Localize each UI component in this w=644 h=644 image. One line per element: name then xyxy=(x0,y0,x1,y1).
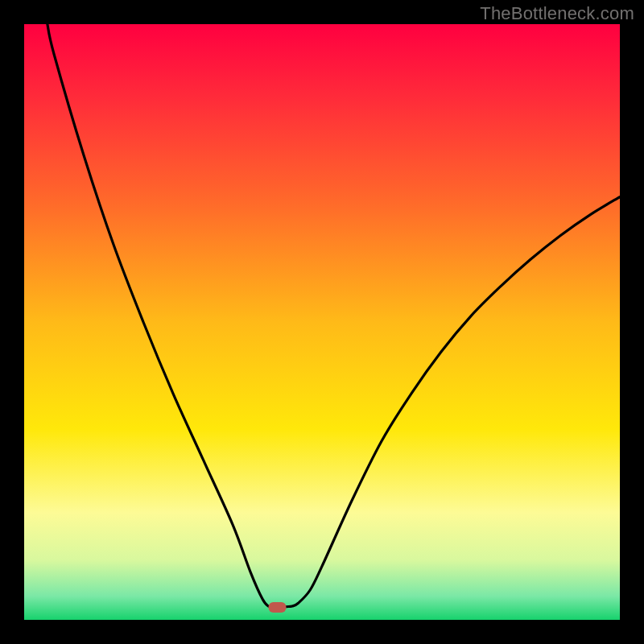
plot-background xyxy=(24,24,620,620)
bottleneck-chart xyxy=(0,0,644,644)
chart-frame: TheBottleneck.com xyxy=(0,0,644,644)
watermark-text: TheBottleneck.com xyxy=(480,3,634,24)
optimum-marker xyxy=(269,602,287,613)
